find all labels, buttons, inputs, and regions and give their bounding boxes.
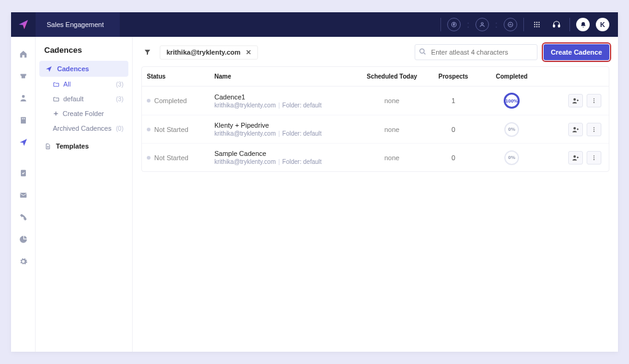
filter-icon [144,48,151,56]
progress-ring: 100% [504,93,520,109]
add-person-icon [572,97,579,104]
divider [569,18,570,31]
rail-cadences[interactable] [15,134,32,151]
sidebar-title: Cadences [36,42,132,61]
svg-point-22 [593,98,595,99]
cadence-owner-email: krithika@tryklenty.com [214,158,276,165]
create-cadence-button[interactable]: Create Cadence [544,44,609,60]
topbar: Sales Engagement : : [11,12,618,37]
actions-cell [542,94,604,107]
app-window: Sales Engagement : : [11,12,618,352]
svg-point-8 [539,24,540,25]
rail-mail[interactable] [15,187,32,204]
svg-rect-15 [20,117,25,124]
folder-icon [53,96,60,103]
sidebar-folder-all[interactable]: All (3) [36,77,132,91]
completed-cell: 0% [481,122,542,137]
rail-tasks[interactable] [15,165,32,182]
headset-icon[interactable] [550,18,563,31]
completed-cell: 100% [481,93,542,109]
notifications-button[interactable] [576,18,590,31]
remove-filter-button[interactable]: ✕ [246,48,251,56]
svg-point-31 [593,157,595,158]
col-scheduled: Scheduled Today [358,73,426,80]
sidebar-item-cadences[interactable]: Cadences [39,61,128,77]
avatar-initial: K [600,21,605,28]
table-header: Status Name Scheduled Today Prospects Co… [142,67,609,87]
prospects-cell: 0 [426,154,481,161]
svg-point-30 [593,155,595,157]
analytics-icon[interactable] [504,18,517,31]
filter-button[interactable] [141,46,154,58]
add-prospect-button[interactable] [568,123,583,136]
sidebar-create-folder[interactable]: Create Folder [36,106,132,121]
col-completed: Completed [481,73,542,80]
search-input[interactable] [415,44,537,60]
credits-icon[interactable] [447,18,461,31]
svg-rect-16 [21,118,23,120]
svg-point-5 [539,22,540,23]
rail-home[interactable] [15,45,32,63]
col-status: Status [147,73,214,80]
paper-plane-icon [18,19,29,30]
rail-calls[interactable] [15,209,32,226]
row-menu-button[interactable] [587,151,601,165]
sidebar-folder-default[interactable]: default (3) [36,91,132,106]
cadence-table: Status Name Scheduled Today Prospects Co… [141,66,609,172]
status-dot-icon [147,99,150,103]
add-prospect-button[interactable] [568,94,583,107]
status-text: Not Started [154,154,189,161]
divider: : [495,20,498,29]
paper-plane-icon [45,66,52,72]
search-icon [419,48,426,55]
folder-label: All [63,80,71,88]
rail-inbox[interactable] [15,68,32,85]
kebab-icon [591,97,597,104]
status-cell: Not Started [147,154,214,161]
sidebar-archived[interactable]: Archived Cadences (0) [36,121,132,136]
actions-cell [542,151,604,165]
rail-settings[interactable] [15,253,32,270]
cadence-owner-email: krithika@tryklenty.com [214,102,276,109]
table-row[interactable]: CompletedCadence1krithika@tryklenty.com|… [142,87,609,115]
filter-chip: krithika@tryklenty.com ✕ [160,45,258,60]
toolbar: krithika@tryklenty.com ✕ Create Cadence [133,37,618,66]
svg-point-24 [593,102,595,103]
sidebar-item-templates[interactable]: Templates [36,138,132,154]
svg-rect-19 [20,193,26,198]
svg-rect-17 [23,118,25,120]
cadence-name: Klenty + Pipedrive [214,122,358,129]
svg-point-11 [539,26,540,28]
document-icon [44,143,51,150]
rail-accounts[interactable] [15,112,32,129]
avatar-button[interactable]: K [596,18,609,31]
logo-box[interactable] [11,12,36,37]
add-person-icon [572,154,579,161]
completed-cell: 0% [481,150,542,165]
rail-reports[interactable] [15,231,32,248]
user-profile-icon[interactable] [475,18,489,31]
folder-count: (0) [116,125,123,132]
svg-point-21 [574,98,576,101]
search-wrap [415,44,537,60]
col-prospects: Prospects [426,73,481,80]
kebab-icon [591,126,597,133]
cadence-owner-email: krithika@tryklenty.com [214,130,276,137]
add-prospect-button[interactable] [568,151,583,165]
table-row[interactable]: Not StartedKlenty + Pipedrivekrithika@tr… [142,115,609,144]
svg-point-23 [593,100,595,101]
status-cell: Completed [147,97,214,104]
svg-rect-12 [553,25,555,28]
row-menu-button[interactable] [587,94,601,107]
table-row[interactable]: Not StartedSample Cadencekrithika@trykle… [142,144,609,171]
svg-point-27 [593,129,595,130]
rail-prospects[interactable] [15,90,32,107]
row-menu-button[interactable] [587,123,601,136]
status-text: Not Started [154,126,189,133]
folder-label: default [63,95,84,103]
sidebar: Cadences Cadences All (3) default (3) [36,37,133,352]
brand-label: Sales Engagement [47,21,104,28]
dialpad-icon[interactable] [530,18,544,31]
svg-point-9 [534,26,536,28]
svg-point-7 [536,24,537,25]
